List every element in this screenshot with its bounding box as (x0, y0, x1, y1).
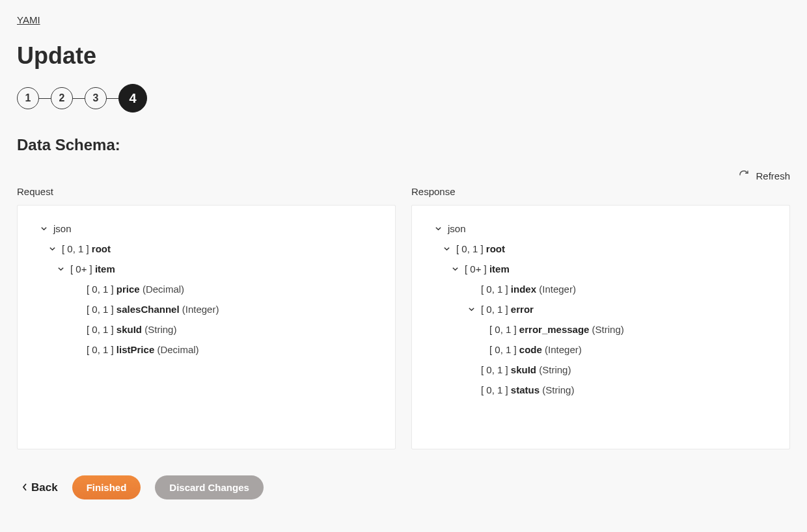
step-3[interactable]: 3 (85, 87, 107, 109)
schema-node: [ 0, 1 ] skuId (String) (32, 319, 381, 339)
refresh-button[interactable]: Refresh (739, 170, 790, 182)
chevron-down-icon[interactable] (450, 265, 459, 273)
schema-node-label: [ 0, 1 ] root (62, 242, 111, 256)
schema-node-label: [ 0, 1 ] root (456, 242, 505, 256)
refresh-icon (739, 170, 749, 182)
schema-node[interactable]: json (32, 219, 381, 239)
section-title: Data Schema: (17, 136, 790, 154)
schema-node-label: [ 0+ ] item (465, 262, 510, 276)
chevron-down-icon[interactable] (56, 265, 65, 273)
response-label: Response (411, 186, 790, 197)
schema-node: [ 0, 1 ] error_message (String) (426, 319, 775, 339)
refresh-label: Refresh (756, 170, 790, 181)
schema-node-label: [ 0+ ] item (70, 262, 115, 276)
step-2[interactable]: 2 (51, 87, 73, 109)
schema-node-label: json (448, 222, 466, 235)
step-4[interactable]: 4 (118, 84, 147, 113)
footer-actions: Back Finished Discard Changes (17, 475, 790, 499)
schema-node[interactable]: [ 0+ ] item (32, 259, 381, 279)
schema-node: [ 0, 1 ] price (Decimal) (32, 279, 381, 299)
schema-node-label: [ 0, 1 ] skuId (String) (87, 323, 176, 336)
schema-node: [ 0, 1 ] status (String) (426, 380, 775, 400)
schema-node-label: [ 0, 1 ] price (Decimal) (87, 282, 184, 296)
back-button[interactable]: Back (22, 481, 58, 494)
schema-node-label: [ 0, 1 ] salesChannel (Integer) (87, 302, 219, 316)
schema-node: [ 0, 1 ] salesChannel (Integer) (32, 299, 381, 319)
schema-node-label: [ 0, 1 ] error_message (String) (489, 323, 624, 336)
request-column: Request json[ 0, 1 ] root[ 0+ ] item[ 0,… (17, 186, 396, 449)
chevron-down-icon[interactable] (48, 245, 57, 252)
step-connector (107, 98, 118, 99)
chevron-left-icon (22, 481, 27, 494)
step-connector (73, 98, 85, 99)
schema-node-label: json (53, 222, 72, 235)
schema-node-label: [ 0, 1 ] listPrice (Decimal) (87, 343, 199, 356)
schema-node: [ 0, 1 ] code (Integer) (426, 339, 775, 360)
schema-node-label: [ 0, 1 ] skuId (String) (481, 363, 571, 377)
schema-node[interactable]: [ 0+ ] item (426, 259, 775, 279)
chevron-down-icon[interactable] (442, 245, 451, 252)
back-label: Back (31, 481, 58, 494)
schema-node-label: [ 0, 1 ] error (481, 302, 534, 316)
schema-node: [ 0, 1 ] listPrice (Decimal) (32, 339, 381, 360)
step-connector (39, 98, 51, 99)
finished-button[interactable]: Finished (72, 475, 141, 499)
schema-node-label: [ 0, 1 ] status (String) (481, 383, 574, 397)
schema-node-label: [ 0, 1 ] code (Integer) (489, 343, 582, 356)
response-column: Response json[ 0, 1 ] root[ 0+ ] item[ 0… (411, 186, 790, 449)
schema-node[interactable]: [ 0, 1 ] root (426, 239, 775, 259)
stepper: 1234 (17, 84, 790, 113)
schema-node: [ 0, 1 ] skuId (String) (426, 360, 775, 380)
breadcrumb-root[interactable]: YAMI (17, 14, 40, 25)
page-title: Update (17, 42, 790, 70)
schema-node: [ 0, 1 ] index (Integer) (426, 279, 775, 299)
request-schema-box: json[ 0, 1 ] root[ 0+ ] item[ 0, 1 ] pri… (17, 205, 396, 449)
discard-changes-button[interactable]: Discard Changes (155, 475, 264, 499)
step-1[interactable]: 1 (17, 87, 39, 109)
schema-node[interactable]: [ 0, 1 ] root (32, 239, 381, 259)
chevron-down-icon[interactable] (39, 225, 48, 232)
schema-node[interactable]: [ 0, 1 ] error (426, 299, 775, 319)
schema-node[interactable]: json (426, 219, 775, 239)
request-label: Request (17, 186, 396, 197)
schema-node-label: [ 0, 1 ] index (Integer) (481, 282, 576, 296)
chevron-down-icon[interactable] (433, 225, 443, 232)
response-schema-box: json[ 0, 1 ] root[ 0+ ] item[ 0, 1 ] ind… (411, 205, 790, 449)
chevron-down-icon[interactable] (467, 306, 476, 313)
